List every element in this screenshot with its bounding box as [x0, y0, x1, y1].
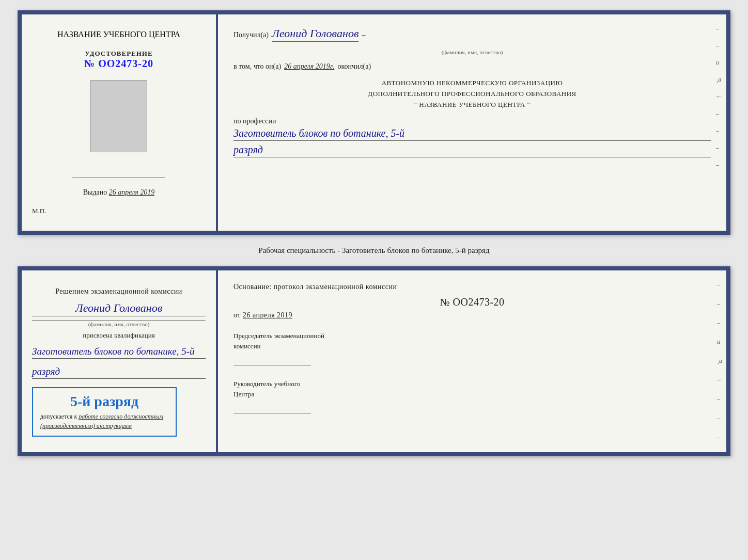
- razryad-name-top: разряд: [233, 144, 711, 157]
- mark-k: ←: [716, 93, 722, 101]
- prisvoena-text: присвоена квалификация: [32, 331, 206, 340]
- bmark5: –: [717, 414, 723, 422]
- mp-label: М.П.: [32, 207, 46, 215]
- rukov-sig-line: [233, 403, 311, 413]
- chairman-block: Председатель экзаменационной комиссии: [233, 331, 711, 365]
- mark-i: и: [716, 59, 722, 67]
- mark3: –: [716, 110, 722, 118]
- bmark7: –: [717, 453, 723, 460]
- ot-date-value: 26 апреля 2019: [243, 311, 292, 319]
- top-cert-right: Получил(а) Леонид Голованов – (фамилия, …: [218, 14, 726, 231]
- udostoverenie-block: УДОСТОВЕРЕНИЕ № OO2473-20: [84, 50, 153, 70]
- prot-number: № OO2473-20: [233, 296, 711, 308]
- top-cert-left: НАЗВАНИЕ УЧЕБНОГО ЦЕНТРА УДОСТОВЕРЕНИЕ №…: [22, 14, 218, 231]
- v-tom-label: в том, что он(а): [233, 62, 281, 71]
- mark5: –: [716, 144, 722, 152]
- mark2: –: [716, 42, 722, 50]
- poluchil-label: Получил(а): [233, 31, 269, 39]
- signature-line-top: [72, 168, 165, 178]
- bottom-cert-left: Решением экзаменационной комиссии Леонид…: [22, 270, 218, 452]
- bottom-left-content: Решением экзаменационной комиссии Леонид…: [32, 286, 206, 437]
- top-certificate: НАЗВАНИЕ УЧЕБНОГО ЦЕНТРА УДОСТОВЕРЕНИЕ №…: [18, 10, 730, 235]
- okonchil-label: окончил(а): [337, 62, 371, 71]
- v-tom-date: 26 апреля 2019г.: [284, 62, 334, 71]
- ot-label: от: [233, 311, 241, 319]
- rukov-label2: Центра: [233, 389, 711, 399]
- cert-number-top: № OO2473-20: [84, 58, 153, 70]
- stamp-dopusk: допускается к работе согласно должностны…: [40, 412, 168, 430]
- v-tom-line: в том, что он(а) 26 апреля 2019г. окончи…: [233, 62, 711, 71]
- po-professii-label: по профессии: [233, 117, 276, 125]
- mark1: –: [716, 25, 722, 33]
- chairman-label1: Председатель экзаменационной: [233, 331, 711, 341]
- chairman-sig-line: [233, 355, 311, 365]
- avt-line3: " НАЗВАНИЕ УЧЕБНОГО ЦЕНТРА ": [233, 100, 711, 110]
- udostoverenie-label: УДОСТОВЕРЕНИЕ: [84, 50, 153, 58]
- bmark2: –: [717, 300, 723, 308]
- rukov-label1: Руководитель учебного: [233, 379, 711, 389]
- stamp-box: 5-й разряд допускается к работе согласно…: [32, 387, 177, 437]
- fio-caption-top: (фамилия, имя, отчество): [233, 49, 711, 55]
- avt-line2: ДОПОЛНИТЕЛЬНОГО ПРОФЕССИОНАЛЬНОГО ОБРАЗО…: [233, 89, 711, 100]
- bmark6: –: [717, 434, 723, 441]
- ot-date: от 26 апреля 2019: [233, 311, 711, 319]
- bottom-cert-right: Основание: протокол экзаменационной коми…: [218, 270, 726, 452]
- razryad-bot: разряд: [32, 366, 206, 379]
- vydano-label: Выдано: [83, 188, 107, 196]
- recipient-name-top: Леонид Голованов: [272, 27, 359, 42]
- vydano-block: Выдано 26 апреля 2019: [83, 188, 155, 197]
- bmark1: –: [717, 281, 723, 289]
- bottom-certificate: Решением экзаменационной комиссии Леонид…: [18, 266, 730, 456]
- rukov-block: Руководитель учебного Центра: [233, 379, 711, 413]
- reshen-text: Решением экзаменационной комиссии: [32, 286, 206, 297]
- bmark4: –: [717, 395, 723, 403]
- dopusk-prefix: допускается к: [40, 413, 77, 420]
- avt-block: АВТОНОМНУЮ НЕКОММЕРЧЕСКУЮ ОРГАНИЗАЦИЮ ДО…: [233, 78, 711, 110]
- dopusk-italic1: работе согласно должностным: [79, 413, 163, 420]
- side-marks-top: – – и ¸а ← – – – –: [716, 25, 722, 169]
- photo-placeholder: [90, 80, 147, 152]
- chairman-label2: комиссии: [233, 341, 711, 351]
- mark6: –: [716, 161, 722, 169]
- training-center-title: НАЗВАНИЕ УЧЕБНОГО ЦЕНТРА: [57, 30, 180, 39]
- poluchil-line: Получил(а) Леонид Голованов –: [233, 27, 711, 42]
- osnovanie-block: Основание: протокол экзаменационной коми…: [233, 283, 711, 319]
- osnovanie-label: Основание: протокол экзаменационной коми…: [233, 283, 397, 291]
- po-professii-block: по профессии Заготовитель блоков по бота…: [233, 117, 711, 157]
- kval-name: Заготовитель блоков по ботанике, 5-й: [32, 346, 206, 359]
- vydano-date: 26 апреля 2019: [109, 188, 154, 196]
- profession-name-top: Заготовитель блоков по ботанике, 5-й: [233, 127, 711, 141]
- dash-top: –: [362, 31, 365, 39]
- dopusk-italic2: (производственным) инструкциям: [40, 422, 132, 429]
- bmark-a: ¸а: [717, 357, 723, 365]
- mark4: –: [716, 127, 722, 135]
- stamp-rank: 5-й разряд: [40, 393, 168, 410]
- bmark-i: и: [717, 338, 723, 346]
- side-marks-bottom: – – – и ¸а ← – – – –: [717, 281, 723, 460]
- bmark3: –: [717, 319, 723, 327]
- fio-caption-bottom: (фамилия, имя, отчество): [32, 321, 206, 327]
- specialty-label: Рабочая специальность - Заготовитель бло…: [258, 244, 489, 257]
- mark-a: ¸а: [716, 76, 722, 84]
- reshen-name: Леонид Голованов: [32, 301, 206, 316]
- bmark-k: ←: [717, 376, 723, 384]
- avt-line1: АВТОНОМНУЮ НЕКОММЕРЧЕСКУЮ ОРГАНИЗАЦИЮ: [233, 78, 711, 89]
